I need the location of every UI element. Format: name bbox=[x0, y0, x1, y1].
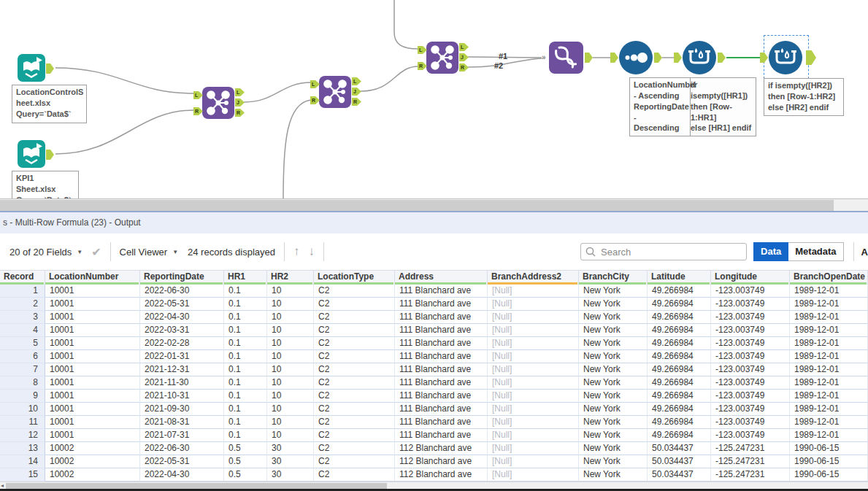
data-cell[interactable]: 10001 bbox=[45, 390, 140, 403]
data-cell[interactable]: [Null] bbox=[488, 376, 579, 390]
data-cell[interactable]: 0.1 bbox=[224, 337, 267, 350]
data-cell[interactable]: 10001 bbox=[45, 285, 140, 298]
data-cell[interactable]: 49.266984 bbox=[648, 285, 711, 298]
data-cell[interactable]: 50.034437 bbox=[648, 442, 711, 455]
column-header-HR2[interactable]: HR2 bbox=[267, 271, 314, 285]
data-cell[interactable]: 10002 bbox=[45, 455, 140, 468]
data-cell[interactable]: 111 Blanchard ave bbox=[395, 363, 488, 376]
column-header-Address[interactable]: Address bbox=[395, 271, 488, 285]
data-cell[interactable]: 111 Blanchard ave bbox=[395, 298, 488, 311]
data-cell[interactable]: 49.266984 bbox=[648, 403, 711, 416]
column-header-LocationNumber[interactable]: LocationNumber bbox=[45, 271, 140, 285]
data-cell[interactable]: C2 bbox=[314, 337, 395, 350]
data-tab-button[interactable]: Data bbox=[753, 242, 788, 261]
data-cell[interactable]: 1989-12-01 bbox=[790, 416, 868, 429]
data-cell[interactable]: New York bbox=[579, 376, 648, 390]
data-cell[interactable]: 2021-10-31 bbox=[140, 390, 224, 403]
column-header-BranchAddress2[interactable]: BranchAddress2 bbox=[488, 271, 579, 285]
data-cell[interactable]: 1989-12-01 bbox=[790, 390, 868, 403]
data-cell[interactable]: [Null] bbox=[488, 298, 579, 311]
data-cell[interactable]: 2022-06-30 bbox=[140, 285, 224, 298]
data-cell[interactable]: 10 bbox=[267, 324, 314, 337]
data-cell[interactable]: 2021-07-31 bbox=[140, 429, 224, 442]
data-cell[interactable]: 111 Blanchard ave bbox=[395, 403, 488, 416]
data-cell[interactable]: New York bbox=[579, 285, 648, 298]
data-cell[interactable]: 1989-12-01 bbox=[790, 429, 868, 442]
scrollbar-thumb[interactable] bbox=[0, 200, 834, 211]
data-cell[interactable]: C2 bbox=[314, 455, 395, 468]
data-cell[interactable]: 49.266984 bbox=[648, 311, 711, 324]
data-cell[interactable]: 1989-12-01 bbox=[790, 324, 868, 337]
data-cell[interactable]: New York bbox=[579, 403, 648, 416]
data-cell[interactable]: 10001 bbox=[45, 376, 140, 390]
data-cell[interactable]: 111 Blanchard ave bbox=[395, 429, 488, 442]
chevron-down-icon[interactable] bbox=[77, 249, 82, 255]
data-cell[interactable]: -125.247231 bbox=[711, 442, 790, 455]
data-cell[interactable]: New York bbox=[579, 416, 648, 429]
data-cell[interactable]: C2 bbox=[314, 298, 395, 311]
data-cell[interactable]: 0.1 bbox=[224, 324, 267, 337]
data-cell[interactable]: 2022-02-28 bbox=[140, 337, 224, 350]
data-cell[interactable]: New York bbox=[579, 429, 648, 442]
data-cell[interactable]: 49.266984 bbox=[648, 416, 711, 429]
data-cell[interactable]: 10001 bbox=[45, 350, 140, 363]
data-cell[interactable]: 10 bbox=[267, 311, 314, 324]
column-header-HR1[interactable]: HR1 bbox=[224, 271, 267, 285]
tool-label-input-kpi[interactable]: KPI1 Sheet.xlsx Query=`Data$` bbox=[12, 171, 79, 198]
union-input-anchor[interactable]: » bbox=[542, 53, 546, 61]
data-cell[interactable]: 0.5 bbox=[224, 468, 267, 482]
data-cell[interactable]: New York bbox=[579, 350, 648, 363]
data-cell[interactable]: C2 bbox=[314, 468, 395, 482]
data-cell[interactable]: 1989-12-01 bbox=[790, 285, 868, 298]
data-cell[interactable]: 0.1 bbox=[224, 285, 267, 298]
join-tool-2[interactable]: L R L J R bbox=[319, 76, 351, 111]
column-header-Record[interactable]: Record bbox=[0, 271, 45, 285]
record-number-cell[interactable]: 11 bbox=[0, 416, 45, 429]
data-cell[interactable]: 49.266984 bbox=[648, 298, 711, 311]
annotation-sort[interactable]: LocationNumber - Ascending ReportingDate… bbox=[629, 77, 691, 136]
scroll-left-arrow-icon[interactable] bbox=[1, 482, 4, 489]
record-number-cell[interactable]: 4 bbox=[0, 324, 45, 337]
data-cell[interactable]: 111 Blanchard ave bbox=[395, 390, 488, 403]
data-cell[interactable]: 10 bbox=[267, 416, 314, 429]
record-number-cell[interactable]: 9 bbox=[0, 390, 45, 403]
data-cell[interactable]: -125.247231 bbox=[711, 455, 790, 468]
data-cell[interactable]: 50.034437 bbox=[648, 455, 711, 468]
scrollbar-thumb[interactable] bbox=[6, 483, 387, 489]
data-cell[interactable]: 10 bbox=[267, 337, 314, 350]
record-number-cell[interactable]: 1 bbox=[0, 285, 45, 298]
data-cell[interactable]: 2021-12-31 bbox=[140, 363, 224, 376]
data-cell[interactable]: 2022-04-30 bbox=[140, 311, 224, 324]
join-tool-3[interactable]: L R L J R bbox=[426, 42, 458, 77]
data-cell[interactable]: 30 bbox=[267, 468, 314, 482]
record-number-cell[interactable]: 2 bbox=[0, 298, 45, 311]
data-cell[interactable]: [Null] bbox=[488, 455, 579, 468]
data-cell[interactable]: C2 bbox=[314, 442, 395, 455]
data-cell[interactable]: 1989-12-01 bbox=[790, 298, 868, 311]
column-header-BranchCity[interactable]: BranchCity bbox=[579, 271, 648, 285]
data-cell[interactable]: 10002 bbox=[45, 442, 140, 455]
data-cell[interactable]: 0.1 bbox=[224, 363, 267, 376]
data-cell[interactable]: 10001 bbox=[45, 311, 140, 324]
data-cell[interactable]: 10 bbox=[267, 285, 314, 298]
data-cell[interactable]: 49.266984 bbox=[648, 429, 711, 442]
record-number-cell[interactable]: 10 bbox=[0, 403, 45, 416]
data-cell[interactable]: 10001 bbox=[45, 298, 140, 311]
data-cell[interactable]: 111 Blanchard ave bbox=[395, 337, 488, 350]
record-number-cell[interactable]: 5 bbox=[0, 337, 45, 350]
data-cell[interactable]: C2 bbox=[314, 416, 395, 429]
input-data-tool-location[interactable] bbox=[18, 54, 45, 85]
data-cell[interactable]: C2 bbox=[314, 390, 395, 403]
data-cell[interactable]: 1989-12-01 bbox=[790, 337, 868, 350]
data-cell[interactable]: 49.266984 bbox=[648, 324, 711, 337]
data-cell[interactable]: 10 bbox=[267, 390, 314, 403]
data-cell[interactable]: 10 bbox=[267, 298, 314, 311]
chevron-down-icon[interactable] bbox=[172, 249, 178, 255]
data-cell[interactable]: -123.003749 bbox=[711, 350, 790, 363]
data-cell[interactable]: 10001 bbox=[45, 363, 140, 376]
data-cell[interactable]: -123.003749 bbox=[711, 285, 790, 298]
canvas-horizontal-scrollbar[interactable] bbox=[0, 198, 868, 211]
record-number-cell[interactable]: 13 bbox=[0, 442, 45, 455]
sort-tool[interactable] bbox=[618, 40, 653, 78]
data-cell[interactable]: 10 bbox=[267, 350, 314, 363]
